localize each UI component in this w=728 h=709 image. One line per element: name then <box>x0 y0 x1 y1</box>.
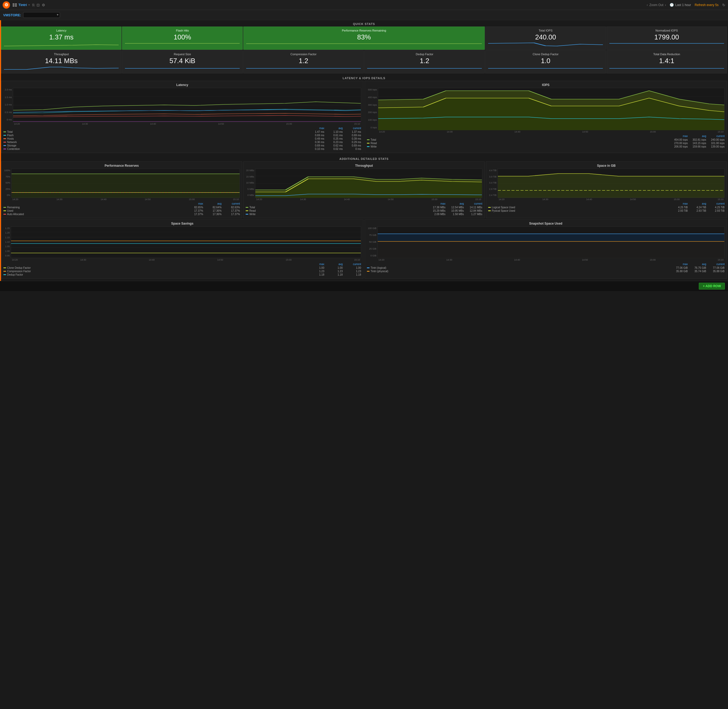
storage-legend-dot <box>3 145 6 146</box>
tv-icon[interactable]: ⊡ <box>36 3 40 7</box>
iops-read-name: Read <box>371 142 671 144</box>
latency-chart-area: 2.0 ms1.5 ms1.0 ms0.5 ms0 ms <box>3 88 361 125</box>
space-savings-svg <box>11 227 361 258</box>
ss-clone-name: Clone Dedup Factor <box>7 266 308 269</box>
iops-total-max: 454.00 iops <box>672 138 688 141</box>
vmstore-label: VMSTORE: <box>3 13 21 17</box>
iops-read-max: 270.00 iops <box>672 142 688 144</box>
flash-legend-vals: 0.69 ms 0.61 ms 0.69 ms <box>308 134 361 137</box>
add-row-button[interactable]: + ADD ROW <box>699 283 725 290</box>
total-max: 1.47 ms <box>308 130 324 133</box>
qs-latency-value: 1.37 ms <box>4 34 119 41</box>
zoom-back-icon[interactable]: ‹ <box>647 3 648 7</box>
latency-chart-svg-area <box>13 88 361 122</box>
app-name[interactable]: Tintri <box>18 3 27 7</box>
space-savings-x-axis: 14:2014:3014:4014:5015:0015:10 <box>11 258 361 261</box>
sg-physical-vals: 2.93 TiB 2.93 TiB 2.93 TiB <box>672 209 725 212</box>
flash-max: 0.69 ms <box>308 134 324 137</box>
latency-x-axis: 14:2014:3014:4014:5015:0015:10 <box>13 122 361 125</box>
qs-latency-label: Latency <box>4 29 119 32</box>
request-size-sparkline <box>125 66 239 71</box>
iops-y-axis: 500 iops400 iops300 iops200 iops100 iops… <box>367 88 378 133</box>
iops-x-axis: 14:2014:3014:4014:5015:0015:10 <box>378 130 725 133</box>
ss-dedup-vals: 1.18 1.18 1.18 <box>308 273 361 276</box>
qs-throughput: Throughput 14.11 MBs <box>1 50 121 73</box>
tp-total-row: Total 17.38 MBs 12.54 MBs 14.11 MBs <box>246 206 482 209</box>
share-icon[interactable]: ⎘ <box>32 3 35 7</box>
qs-flash-hits: Flash Hits 100% <box>122 26 242 50</box>
perf-reserves-svg <box>12 169 239 198</box>
iops-legend-row-total: Total 454.00 iops 302.81 iops 240.00 iop… <box>367 138 725 142</box>
latency-sparkline <box>4 42 119 47</box>
iops-total-avg: 302.81 iops <box>690 138 706 141</box>
qs-total-data-reduction: Total Data Reduction 1.4:1 <box>607 50 727 73</box>
refresh-icon[interactable]: ↻ <box>722 3 725 7</box>
flash-legend-name: Flash <box>7 134 308 137</box>
latency-current-header: current <box>345 127 361 130</box>
iops-chart-title: IOPS <box>367 83 725 87</box>
refresh-label[interactable]: Refresh every 5s <box>694 3 719 7</box>
contention-legend-name: Contention <box>7 147 308 150</box>
topbar-right: ‹ Zoom Out › 🕐 Last 1 hour Refresh every… <box>647 3 725 7</box>
zoom-control[interactable]: ‹ Zoom Out › <box>647 3 666 7</box>
iops-total-name: Total <box>371 138 671 141</box>
throughput-x-axis: 14:2014:3014:4014:5015:0015:10 <box>255 197 482 201</box>
flash-avg: 0.61 ms <box>327 134 343 137</box>
pr-used-vals: 17.37% 17.36% 17.37% <box>187 209 240 212</box>
qs-clone-dedup-label: Clone Dedup Factor <box>488 53 603 56</box>
tp-total-vals: 17.38 MBs 12.54 MBs 14.11 MBs <box>430 206 482 209</box>
perf-reserves-sparkline <box>246 42 482 47</box>
total-legend-dot <box>3 131 6 132</box>
zoom-forward-icon[interactable]: › <box>665 3 666 7</box>
iops-read-vals: 270.00 iops 143.15 iops 101.00 iops <box>672 142 725 144</box>
perf-reserves-inner: 14:2014:3014:4014:5015:0015:10 <box>11 169 240 201</box>
vmstore-select-wrap[interactable] <box>23 12 60 18</box>
space-savings-legend: max avg current Clone Dedup Factor 1.00 … <box>3 263 361 276</box>
total-current: 1.37 ms <box>345 130 361 133</box>
iops-read-avg: 143.15 iops <box>690 142 706 144</box>
qs-normalized-iops: Normalized IOPS 1799.00 <box>607 26 727 50</box>
network-current: 0.29 ms <box>345 141 361 144</box>
latency-iops-section: LATENCY & IOPS DETAILS Latency 2.0 ms1.5… <box>0 74 728 155</box>
perf-reserves-x-axis: 14:2014:3014:4014:5015:0015:10 <box>11 197 240 201</box>
iops-write-name: Write <box>371 145 671 148</box>
iops-chart-area: 500 iops400 iops300 iops200 iops100 iops… <box>367 88 725 133</box>
iops-write-max: 206.00 iops <box>672 145 688 148</box>
zoom-out-label[interactable]: Zoom Out <box>649 3 663 7</box>
snapshot-space-svg-area <box>378 226 725 258</box>
perf-reserves-legend: max avg current Remaining 82.65% 82.64% … <box>3 202 240 216</box>
time-range-picker[interactable]: 🕐 Last 1 hour <box>670 3 691 7</box>
latency-legend: max avg current Total 1.47 ms 1.10 ms 1.… <box>3 127 361 151</box>
pr-remaining-vals: 82.65% 82.64% 82.63% <box>187 206 240 209</box>
sg-physical-name: Pysical Space Used <box>492 209 671 212</box>
vmstore-select[interactable] <box>23 12 60 18</box>
quick-stats-title: QUICK STATS <box>0 20 728 26</box>
chevron-down-icon: ▾ <box>28 3 30 6</box>
qs-perf-reserves-value: 83% <box>246 34 482 41</box>
sg-physical-dot <box>488 210 491 211</box>
settings-icon[interactable]: ⚙ <box>42 3 45 7</box>
space-gb-svg-area <box>497 169 725 197</box>
snap-physical-row: Tintri (physical) 35.88 GiB 35.74 GiB 35… <box>367 270 725 273</box>
grafana-logo[interactable]: ⚙ <box>3 1 10 9</box>
snap-legend-header: max avg current <box>367 263 725 266</box>
iops-total-current: 240.00 iops <box>709 138 725 141</box>
iops-read-current: 101.00 iops <box>709 142 725 144</box>
tp-write-name: Write <box>249 213 429 216</box>
app-selector[interactable]: Tintri ▾ <box>13 3 30 7</box>
perf-reserves-y-axis: 100%75%50%25%0% <box>3 169 11 201</box>
latency-chart-title: Latency <box>3 83 361 87</box>
tp-write-row: Write 2.09 MBs 1.58 MBs 1.27 MBs <box>246 213 482 216</box>
tp-write-vals: 2.09 MBs 1.58 MBs 1.27 MBs <box>430 213 482 216</box>
network-max: 0.30 ms <box>308 141 324 144</box>
dashboard-icon <box>13 3 17 7</box>
qs-flash-hits-label: Flash Hits <box>125 29 239 32</box>
network-avg: 0.23 ms <box>327 141 343 144</box>
space-gb-panel: Space in GB 4.4 TiB3.9 TiB3.4 TiB2.9 TiB… <box>486 162 727 218</box>
time-range-label[interactable]: Last 1 hour <box>675 3 691 7</box>
throughput-sparkline <box>4 66 119 71</box>
ss-clone-row: Clone Dedup Factor 1.00 1.00 1.00 <box>3 266 361 270</box>
throughput-svg <box>255 169 482 198</box>
pr-used-name: Used <box>7 209 186 212</box>
ss-compression-name: Compression Factor <box>7 270 308 273</box>
